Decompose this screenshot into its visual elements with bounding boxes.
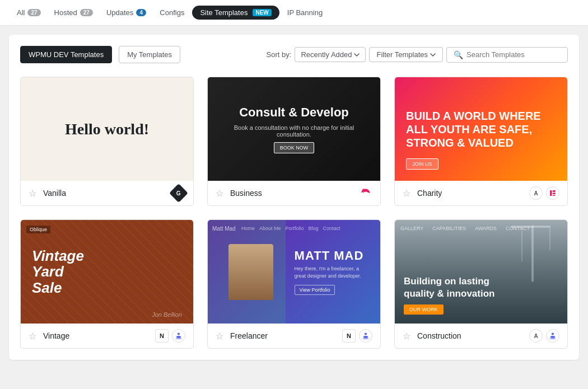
nav-label-site-templates: Site Templates (200, 8, 248, 17)
svg-point-6 (175, 338, 181, 340)
search-input[interactable] (466, 50, 561, 59)
template-name-construction: Construction (417, 331, 525, 340)
template-preview-business[interactable]: Consult & Develop Book a consultation wi… (208, 77, 380, 181)
template-info-charity: ☆ Charity A (395, 181, 567, 205)
template-card-vanilla: Hello world! ☆ Vanilla G (20, 77, 194, 206)
nav-label-hosted: Hosted (54, 8, 77, 17)
template-card-construction: GALLERYCAPABILITIESAWARDSCONTACT Buildin… (394, 219, 568, 349)
template-icons-construction: A (529, 329, 559, 343)
construction-heading: Building on lastingquality & innovation (404, 275, 494, 300)
template-info-vintage: ☆ Vintage N (21, 324, 193, 348)
template-preview-charity[interactable]: BUILD A WORLD WHERE ALL YOUTH ARE SAFE, … (395, 77, 567, 181)
stackable-icon-3 (546, 329, 559, 343)
nav-label-configs: Configs (160, 8, 184, 17)
filter-button[interactable]: Filter Templates (369, 47, 443, 62)
template-icons-business (359, 186, 372, 200)
construction-cta: OUR WORK (404, 304, 444, 315)
astra-icon: A (529, 186, 543, 200)
template-info-construction: ☆ Construction A (395, 324, 567, 348)
freelancer-heading: MATT MAD (295, 249, 371, 263)
template-preview-vintage[interactable]: VintageYardSale Jon Bellion Oblique (21, 220, 193, 324)
freelancer-cta: View Portfolio (295, 285, 335, 295)
chevron-down-icon-filter (430, 52, 436, 58)
fav-star-business[interactable]: ☆ (216, 188, 223, 199)
template-name-business: Business (230, 189, 354, 198)
template-name-charity: Charity (417, 189, 525, 198)
template-info-vanilla: ☆ Vanilla G (21, 181, 193, 205)
svg-rect-0 (550, 190, 552, 196)
sort-by-section: Sort by: Recently Added Filter Templates… (267, 47, 568, 63)
notion-icon: N (155, 329, 169, 343)
charity-cta-button: JOIN US (406, 158, 438, 170)
business-heading: Consult & Develop (239, 105, 349, 120)
charity-heading-text: BUILD A WORLD WHERE ALL YOUTH ARE SAFE, … (395, 98, 567, 161)
template-preview-construction[interactable]: GALLERYCAPABILITIESAWARDSCONTACT Buildin… (395, 220, 567, 324)
vanilla-heading: Hello world! (65, 120, 149, 138)
fav-star-freelancer[interactable]: ☆ (216, 331, 223, 341)
nav-item-site-templates[interactable]: Site Templates NEW (192, 6, 279, 20)
template-info-freelancer: ☆ Freelancer N (208, 324, 380, 348)
top-nav: All 27 Hosted 27 Updates 4 Configs Site … (0, 0, 588, 26)
fav-star-vintage[interactable]: ☆ (29, 331, 36, 341)
svg-point-7 (365, 332, 367, 335)
svg-point-9 (362, 338, 368, 340)
nav-badge-updates: 4 (136, 9, 146, 16)
fav-star-charity[interactable]: ☆ (403, 188, 410, 199)
template-name-vanilla: Vanilla (43, 189, 167, 198)
freelancer-subtext: Hey there, I'm a freelancer, a great des… (295, 265, 371, 279)
stackable-icon-2 (359, 329, 372, 343)
nav-label-ip-banning: IP Banning (287, 8, 323, 17)
tab-my-templates[interactable]: My Templates (119, 46, 180, 63)
svg-point-10 (552, 332, 554, 335)
elementor-icon (546, 186, 559, 200)
diamond-icon: G (169, 184, 188, 203)
notion-icon-2: N (342, 329, 356, 343)
template-card-vintage: VintageYardSale Jon Bellion Oblique ☆ Vi… (20, 219, 194, 349)
svg-rect-2 (553, 193, 556, 194)
template-card-business: Consult & Develop Book a consultation wi… (207, 77, 381, 206)
sort-by-label: Sort by: (267, 50, 292, 59)
template-icons-freelancer: N (342, 329, 372, 343)
fav-star-construction[interactable]: ☆ (403, 331, 410, 341)
search-box: 🔍 (446, 47, 568, 63)
template-preview-freelancer[interactable]: MATT MAD Hey there, I'm a freelancer, a … (208, 220, 380, 324)
business-cta-button: BOOK NOW (274, 142, 315, 153)
sort-dropdown[interactable]: Recently Added (295, 47, 366, 62)
nav-item-updates[interactable]: Updates 4 (101, 5, 152, 20)
template-card-charity: BUILD A WORLD WHERE ALL YOUTH ARE SAFE, … (394, 77, 568, 206)
nav-label-updates: Updates (106, 8, 133, 17)
svg-point-12 (549, 338, 556, 340)
nav-item-configs[interactable]: Configs (154, 5, 190, 20)
template-info-business: ☆ Business (208, 181, 380, 205)
toolbar: WPMU DEV Templates My Templates Sort by:… (20, 46, 568, 63)
template-preview-vanilla[interactable]: Hello world! (21, 77, 193, 181)
filter-label: Filter Templates (376, 50, 428, 59)
template-icons-charity: A (529, 186, 559, 200)
template-icons-vintage: N (155, 329, 185, 343)
bird-icon (359, 186, 372, 200)
nav-item-all[interactable]: All 27 (11, 5, 46, 20)
fav-star-vanilla[interactable]: ☆ (29, 188, 36, 199)
nav-item-ip-banning[interactable]: IP Banning (282, 5, 328, 20)
search-icon: 🔍 (454, 50, 463, 59)
business-subtext: Book a consultation with no charge for i… (219, 124, 369, 138)
nav-item-hosted[interactable]: Hosted 27 (49, 5, 99, 20)
nav-badge-all: 27 (27, 9, 40, 16)
template-card-freelancer: MATT MAD Hey there, I'm a freelancer, a … (207, 219, 381, 349)
template-icons-vanilla: G (172, 186, 185, 200)
template-grid: Hello world! ☆ Vanilla G Consult & Devel… (20, 77, 568, 349)
svg-rect-3 (553, 195, 556, 196)
template-name-freelancer: Freelancer (230, 331, 338, 340)
vintage-heading: VintageYardSale (32, 248, 182, 296)
nav-new-badge: NEW (253, 9, 271, 16)
content-area: WPMU DEV Templates My Templates Sort by:… (9, 35, 579, 360)
svg-point-4 (178, 332, 180, 335)
sort-value: Recently Added (301, 50, 352, 59)
nav-badge-hosted: 27 (80, 9, 93, 16)
astra-icon-2: A (529, 329, 543, 343)
template-name-vintage: Vintage (43, 331, 151, 340)
tab-wpmu-dev[interactable]: WPMU DEV Templates (20, 46, 112, 63)
chevron-down-icon (354, 52, 360, 58)
stackable-icon (172, 329, 185, 343)
nav-label-all: All (17, 8, 25, 17)
